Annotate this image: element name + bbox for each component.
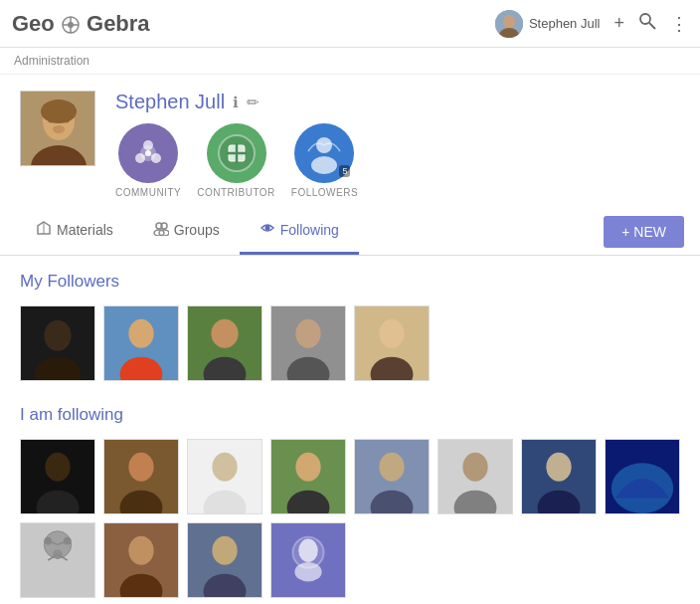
followers-badge-label: FOLLOWERS	[291, 187, 358, 198]
svg-point-13	[53, 125, 65, 133]
contributor-badge-icon	[207, 123, 266, 183]
svg-point-59	[212, 453, 237, 482]
following-icon	[260, 220, 275, 240]
svg-point-15	[41, 100, 77, 123]
list-item[interactable]	[20, 305, 95, 381]
profile-name: Stephen Jull	[115, 91, 225, 113]
profile-info: Stephen Jull ℹ ✏	[115, 91, 358, 198]
svg-point-68	[462, 453, 487, 482]
list-item[interactable]	[438, 439, 513, 514]
svg-point-71	[546, 453, 571, 482]
logo-text: Geo Gebra	[12, 11, 150, 37]
edit-icon[interactable]: ✏	[247, 94, 260, 111]
svg-point-38	[44, 320, 71, 351]
tab-groups[interactable]: Groups	[133, 208, 240, 255]
tab-materials[interactable]: Materials	[16, 208, 133, 255]
followers-count: 5	[339, 165, 350, 177]
svg-point-5	[503, 15, 515, 29]
logo: Geo Gebra	[12, 11, 150, 37]
new-button[interactable]: + NEW	[604, 216, 684, 248]
header-avatar	[495, 10, 523, 38]
community-badge-icon	[118, 123, 178, 183]
list-item[interactable]	[20, 522, 95, 598]
list-item[interactable]	[270, 305, 346, 381]
svg-point-93	[294, 562, 321, 581]
svg-point-44	[211, 319, 238, 348]
svg-point-47	[295, 319, 320, 348]
badges-row: CoMMUNITY CONTRIBUTOR	[115, 123, 358, 198]
user-info: Stephen Jull	[495, 10, 601, 38]
svg-point-41	[128, 319, 153, 348]
badge-followers: 5 FOLLOWERS	[291, 123, 358, 198]
svg-point-36	[264, 226, 269, 231]
add-icon[interactable]: +	[613, 13, 624, 34]
followers-badge-icon: 5	[294, 123, 354, 183]
materials-icon	[36, 220, 52, 240]
my-followers-section: My Followers	[20, 272, 680, 381]
list-item[interactable]	[354, 439, 430, 514]
list-item[interactable]	[270, 439, 346, 514]
header-actions: Stephen Jull + ⋮	[495, 10, 688, 38]
my-followers-title: My Followers	[20, 272, 680, 292]
svg-point-50	[379, 319, 404, 348]
search-icon[interactable]	[638, 12, 656, 35]
svg-point-18	[151, 153, 161, 163]
list-item[interactable]	[20, 439, 95, 514]
svg-point-17	[143, 140, 153, 150]
info-icon[interactable]: ℹ	[233, 94, 239, 111]
svg-point-65	[379, 453, 404, 482]
i-am-following-title: I am following	[20, 405, 680, 425]
list-item[interactable]	[270, 522, 346, 598]
list-item[interactable]	[103, 305, 179, 381]
tab-materials-label: Materials	[57, 222, 113, 238]
svg-line-8	[649, 23, 655, 29]
svg-point-53	[45, 453, 70, 482]
breadcrumb: Administration	[14, 54, 89, 68]
sub-header: Administration	[0, 48, 700, 75]
list-item[interactable]	[521, 439, 597, 514]
tab-following[interactable]: Following	[240, 208, 359, 255]
tab-groups-label: Groups	[174, 222, 220, 238]
my-followers-grid	[20, 305, 680, 381]
svg-point-56	[128, 453, 153, 482]
svg-point-19	[135, 153, 145, 163]
contributor-badge-label: CONTRIBUTOR	[197, 187, 275, 198]
profile-section: Stephen Jull ℹ ✏	[0, 75, 700, 208]
svg-point-7	[640, 14, 650, 24]
svg-point-29	[311, 156, 337, 174]
svg-point-62	[295, 453, 320, 482]
list-item[interactable]	[605, 439, 680, 514]
svg-point-85	[128, 536, 153, 565]
list-item[interactable]	[187, 522, 262, 598]
profile-avatar	[20, 91, 95, 166]
svg-point-92	[298, 539, 317, 562]
tab-following-label: Following	[280, 222, 339, 238]
list-item[interactable]	[354, 305, 430, 381]
i-am-following-section: I am following	[20, 405, 680, 598]
list-item[interactable]	[187, 305, 262, 381]
app-header: Geo Gebra Stephen Jull + ⋮	[0, 0, 700, 48]
menu-icon[interactable]: ⋮	[670, 13, 688, 35]
list-item[interactable]	[103, 439, 179, 514]
svg-point-88	[212, 536, 237, 565]
tabs-bar: Materials Groups Following + NEW	[0, 208, 700, 256]
badge-contributor: CONTRIBUTOR	[197, 123, 275, 198]
main-content: My Followers I am followin	[0, 256, 700, 604]
list-item[interactable]	[103, 522, 179, 598]
profile-name-row: Stephen Jull ℹ ✏	[115, 91, 358, 113]
list-item[interactable]	[187, 439, 262, 514]
i-am-following-grid	[20, 439, 680, 598]
badge-community: CoMMUNITY	[115, 123, 181, 198]
groups-icon	[153, 220, 169, 240]
header-username: Stephen Jull	[529, 16, 601, 31]
community-badge-label: CoMMUNITY	[115, 187, 181, 198]
logo-icon	[62, 16, 80, 34]
